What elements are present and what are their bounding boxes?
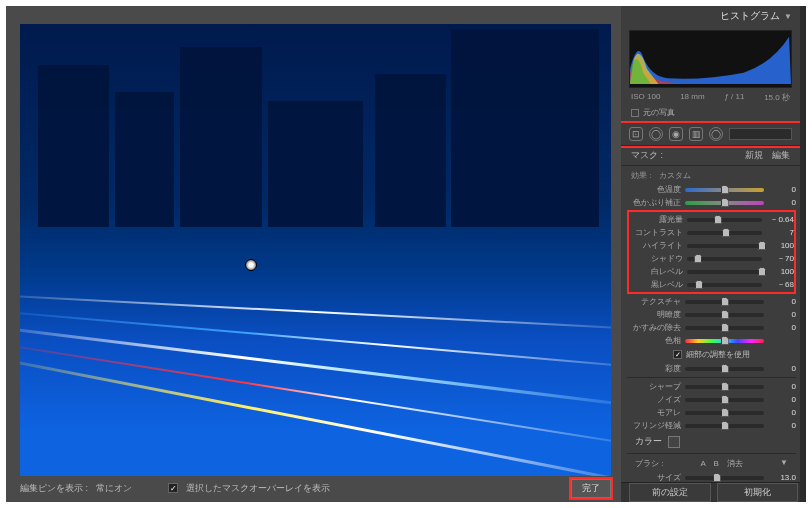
slider-saturation[interactable]: 彩度0: [627, 362, 796, 375]
mask-edit[interactable]: 編集: [772, 150, 790, 160]
iso-readout: ISO 100: [631, 92, 660, 103]
slider-clarity[interactable]: 明瞭度0: [627, 308, 796, 321]
slider-temp[interactable]: 色温度0: [627, 183, 796, 196]
aperture-readout: ƒ / 11: [724, 92, 744, 103]
edit-pin[interactable]: [245, 259, 257, 271]
slider-moire[interactable]: モアレ0: [627, 406, 796, 419]
slider-blacks[interactable]: 黒レベル－68: [629, 278, 794, 291]
slider-texture[interactable]: テクスチャ0: [627, 295, 796, 308]
slider-contrast[interactable]: コントラスト7: [629, 226, 794, 239]
panel-scrollbar[interactable]: [800, 6, 806, 502]
focal-readout: 18 mm: [680, 92, 704, 103]
fine-hue-checkbox[interactable]: ✓: [673, 350, 682, 359]
effect-label: 効果 :: [631, 170, 651, 181]
slider-noise[interactable]: ノイズ0: [627, 393, 796, 406]
slider-sharp[interactable]: シャープ0: [627, 380, 796, 393]
shutter-readout: 15.0 秒: [764, 92, 790, 103]
slider-hue[interactable]: 色相: [627, 334, 796, 347]
slider-fringe[interactable]: フリンジ軽減0: [627, 419, 796, 432]
brush-tool-active[interactable]: [729, 128, 792, 140]
preview-image[interactable]: [20, 24, 611, 476]
brush-erase[interactable]: 消去: [727, 459, 743, 468]
histogram-graph[interactable]: [629, 30, 792, 88]
gradient-tool-icon[interactable]: ▥: [689, 127, 703, 141]
histogram-header[interactable]: ヒストグラム▼: [621, 6, 800, 26]
image-canvas-area: 編集ピンを表示 : 常にオン ✓ 選択したマスクオーバーレイを表示 完了: [6, 6, 621, 502]
fine-hue-label: 細部の調整を使用: [686, 349, 750, 360]
original-checkbox[interactable]: [631, 109, 639, 117]
tone-group-highlight: 露光量－0.64 コントラスト7 ハイライト100 シャドウ－70 白レベル10…: [627, 210, 796, 294]
pins-label: 編集ピンを表示 :: [20, 482, 88, 495]
original-label: 元の写真: [643, 107, 675, 118]
slider-tint[interactable]: 色かぶり補正0: [627, 196, 796, 209]
mask-label: マスク :: [631, 149, 663, 162]
lightroom-window: 編集ピンを表示 : 常にオン ✓ 選択したマスクオーバーレイを表示 完了 ヒスト…: [6, 6, 806, 502]
slider-highlights[interactable]: ハイライト100: [629, 239, 794, 252]
color-label: カラー: [635, 435, 662, 448]
panel-footer: 前の設定 初期化: [621, 482, 806, 502]
color-swatch[interactable]: [668, 436, 680, 448]
overlay-label: 選択したマスクオーバーレイを表示: [186, 482, 330, 495]
radial-tool-icon[interactable]: ◯: [709, 127, 723, 141]
brush-label: ブラシ :: [635, 458, 663, 469]
slider-dehaze[interactable]: かすみの除去0: [627, 321, 796, 334]
spot-tool-icon[interactable]: ◯: [649, 127, 663, 141]
canvas-toolbar: 編集ピンを表示 : 常にオン ✓ 選択したマスクオーバーレイを表示 完了: [20, 478, 611, 498]
crop-tool-icon[interactable]: ⊡: [629, 127, 643, 141]
prev-settings-button[interactable]: 前の設定: [629, 483, 711, 502]
effect-preset[interactable]: カスタム: [659, 170, 691, 181]
reset-button[interactable]: 初期化: [717, 483, 799, 502]
mask-new[interactable]: 新規: [745, 150, 763, 160]
slider-shadows[interactable]: シャドウ－70: [629, 252, 794, 265]
brush-b[interactable]: B: [714, 459, 719, 468]
redeye-tool-icon[interactable]: ◉: [669, 127, 683, 141]
done-button[interactable]: 完了: [571, 479, 611, 498]
local-tools-row: ⊡ ◯ ◉ ▥ ◯: [621, 123, 800, 146]
develop-panel: ヒストグラム▼ ISO 100 18 mm ƒ / 11 15.0 秒 元の写真…: [621, 6, 806, 502]
slider-exposure[interactable]: 露光量－0.64: [629, 213, 794, 226]
slider-whites[interactable]: 白レベル100: [629, 265, 794, 278]
brush-a[interactable]: A: [700, 459, 705, 468]
slider-brush-size[interactable]: サイズ13.0: [627, 471, 796, 482]
overlay-checkbox[interactable]: ✓: [168, 483, 178, 493]
pins-mode[interactable]: 常にオン: [96, 482, 132, 495]
